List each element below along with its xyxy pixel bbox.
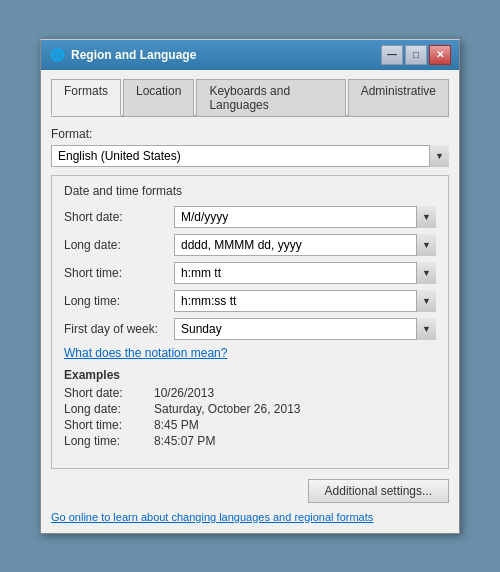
long-date-dropdown-wrapper: dddd, MMMM dd, yyyy ▼ <box>174 234 436 256</box>
format-dropdown-wrapper: English (United States) ▼ <box>51 145 449 167</box>
long-date-dropdown[interactable]: dddd, MMMM dd, yyyy <box>174 234 436 256</box>
example-long-time-value: 8:45:07 PM <box>154 434 215 448</box>
format-dropdown[interactable]: English (United States) <box>51 145 449 167</box>
window-icon: 🌐 <box>49 47 65 63</box>
tab-keyboards-and-languages[interactable]: Keyboards and Languages <box>196 79 345 116</box>
example-short-date-label: Short date: <box>64 386 154 400</box>
title-bar-buttons: — □ ✕ <box>381 45 451 65</box>
example-long-time-label: Long time: <box>64 434 154 448</box>
example-short-date-value: 10/26/2013 <box>154 386 214 400</box>
bottom-link[interactable]: Go online to learn about changing langua… <box>51 511 449 523</box>
short-date-row: Short date: M/d/yyyy ▼ <box>64 206 436 228</box>
long-time-dropdown[interactable]: h:mm:ss tt <box>174 290 436 312</box>
long-time-row: Long time: h:mm:ss tt ▼ <box>64 290 436 312</box>
short-time-row: Short time: h:mm tt ▼ <box>64 262 436 284</box>
tab-location[interactable]: Location <box>123 79 194 116</box>
first-day-dropdown[interactable]: Sunday <box>174 318 436 340</box>
short-date-label: Short date: <box>64 210 174 224</box>
format-section: Format: English (United States) ▼ <box>51 127 449 167</box>
maximize-button[interactable]: □ <box>405 45 427 65</box>
long-date-label: Long date: <box>64 238 174 252</box>
additional-settings-row: Additional settings... <box>51 479 449 503</box>
tab-bar: Formats Location Keyboards and Languages… <box>51 78 449 117</box>
long-time-dropdown-wrapper: h:mm:ss tt ▼ <box>174 290 436 312</box>
short-time-dropdown-wrapper: h:mm tt ▼ <box>174 262 436 284</box>
long-date-row: Long date: dddd, MMMM dd, yyyy ▼ <box>64 234 436 256</box>
long-time-label: Long time: <box>64 294 174 308</box>
short-date-dropdown-wrapper: M/d/yyyy ▼ <box>174 206 436 228</box>
short-date-dropdown[interactable]: M/d/yyyy <box>174 206 436 228</box>
example-short-time-label: Short time: <box>64 418 154 432</box>
notation-link[interactable]: What does the notation mean? <box>64 346 436 360</box>
title-bar: 🌐 Region and Language — □ ✕ <box>41 40 459 70</box>
datetime-group-title: Date and time formats <box>64 184 436 198</box>
minimize-button[interactable]: — <box>381 45 403 65</box>
example-long-date: Long date: Saturday, October 26, 2013 <box>64 402 436 416</box>
format-label: Format: <box>51 127 449 141</box>
dialog-window: 🌐 Region and Language — □ ✕ Formats Loca… <box>40 39 460 534</box>
close-button[interactable]: ✕ <box>429 45 451 65</box>
datetime-group: Date and time formats Short date: M/d/yy… <box>51 175 449 469</box>
example-long-date-value: Saturday, October 26, 2013 <box>154 402 301 416</box>
example-short-time: Short time: 8:45 PM <box>64 418 436 432</box>
tab-administrative[interactable]: Administrative <box>348 79 449 116</box>
examples-title: Examples <box>64 368 436 382</box>
tab-formats[interactable]: Formats <box>51 79 121 116</box>
example-long-time: Long time: 8:45:07 PM <box>64 434 436 448</box>
first-day-row: First day of week: Sunday ▼ <box>64 318 436 340</box>
short-time-dropdown[interactable]: h:mm tt <box>174 262 436 284</box>
additional-settings-button[interactable]: Additional settings... <box>308 479 449 503</box>
first-day-dropdown-wrapper: Sunday ▼ <box>174 318 436 340</box>
examples-section: Examples Short date: 10/26/2013 Long dat… <box>64 368 436 448</box>
short-time-label: Short time: <box>64 266 174 280</box>
example-short-time-value: 8:45 PM <box>154 418 199 432</box>
first-day-label: First day of week: <box>64 322 174 336</box>
dialog-content: Formats Location Keyboards and Languages… <box>41 70 459 533</box>
example-short-date: Short date: 10/26/2013 <box>64 386 436 400</box>
window-title: Region and Language <box>71 48 196 62</box>
example-long-date-label: Long date: <box>64 402 154 416</box>
